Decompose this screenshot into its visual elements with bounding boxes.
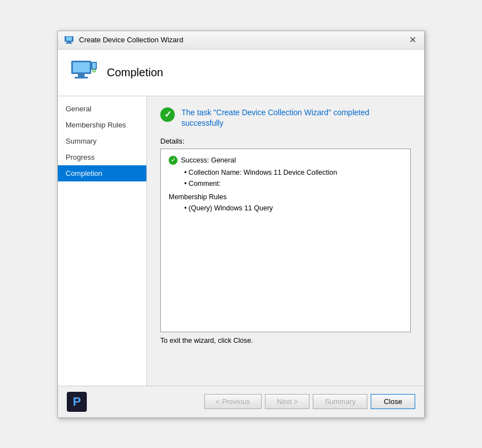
- summary-button[interactable]: Summary: [313, 394, 367, 409]
- details-box: ✓ Success: General • Collection Name: Wi…: [160, 149, 411, 332]
- details-label: Details:: [160, 137, 411, 145]
- sidebar-item-progress[interactable]: Progress: [58, 149, 146, 165]
- window-title: Create Device Collection Wizard: [79, 36, 183, 44]
- success-message: The task "Create Device Collection Wizar…: [181, 107, 411, 129]
- bullet-text-collection: Collection Name: Windows 11 Device Colle…: [189, 169, 337, 176]
- main-panel: ✓ The task "Create Device Collection Wiz…: [147, 96, 424, 386]
- title-bar-icon: [63, 35, 75, 46]
- title-bar-left: Create Device Collection Wizard: [63, 35, 183, 46]
- svg-rect-7: [75, 77, 88, 78]
- footer-buttons: < Previous Next > Summary Close: [204, 394, 415, 409]
- svg-rect-6: [78, 74, 85, 77]
- bullet-text-query: (Query) Windows 11 Query: [189, 204, 273, 212]
- wizard-window: Create Device Collection Wizard ✕ Comple…: [57, 31, 425, 418]
- footer: P < Previous Next > Summary Close: [58, 386, 424, 417]
- sidebar-item-membership-rules[interactable]: Membership Rules: [58, 117, 146, 133]
- bullet-icon-comment: •: [184, 180, 189, 188]
- details-success-icon: ✓: [169, 156, 178, 165]
- bullet-icon-query: •: [184, 204, 189, 212]
- footer-logo-letter: P: [73, 395, 81, 409]
- svg-rect-1: [66, 37, 72, 41]
- success-header: ✓ The task "Create Device Collection Wiz…: [160, 107, 411, 129]
- details-success-text: Success: General: [181, 155, 236, 166]
- bullet-icon-collection: •: [184, 169, 189, 176]
- bullet-text-comment: Comment:: [189, 180, 221, 188]
- sidebar-item-general[interactable]: General: [58, 101, 146, 117]
- membership-rules-label: Membership Rules: [169, 191, 402, 203]
- close-window-button[interactable]: ✕: [407, 36, 419, 45]
- details-bullet-comment: • Comment:: [184, 178, 402, 189]
- sidebar-item-completion[interactable]: Completion: [58, 165, 146, 181]
- close-button[interactable]: Close: [371, 394, 415, 409]
- svg-rect-3: [66, 43, 72, 44]
- header-title: Completion: [107, 66, 163, 79]
- content-area: General Membership Rules Summary Progres…: [58, 96, 424, 386]
- success-icon: ✓: [160, 107, 175, 122]
- details-bullet-collection-name: • Collection Name: Windows 11 Device Col…: [184, 167, 402, 178]
- header-icon-wrapper: [69, 57, 98, 88]
- footer-logo: P: [67, 392, 87, 412]
- title-bar: Create Device Collection Wizard ✕: [58, 31, 424, 50]
- sidebar: General Membership Rules Summary Progres…: [58, 96, 147, 386]
- details-success-line: ✓ Success: General: [169, 155, 402, 166]
- header-computer-icon: [69, 57, 98, 86]
- next-button[interactable]: Next >: [265, 394, 309, 409]
- sidebar-item-summary[interactable]: Summary: [58, 133, 146, 149]
- svg-rect-2: [67, 42, 71, 43]
- wizard-header: Completion: [58, 50, 424, 96]
- exit-hint: To exit the wizard, click Close.: [160, 337, 411, 344]
- previous-button[interactable]: < Previous: [204, 394, 262, 409]
- svg-rect-9: [92, 63, 96, 68]
- svg-rect-5: [73, 62, 90, 72]
- details-bullet-query: • (Query) Windows 11 Query: [184, 203, 402, 214]
